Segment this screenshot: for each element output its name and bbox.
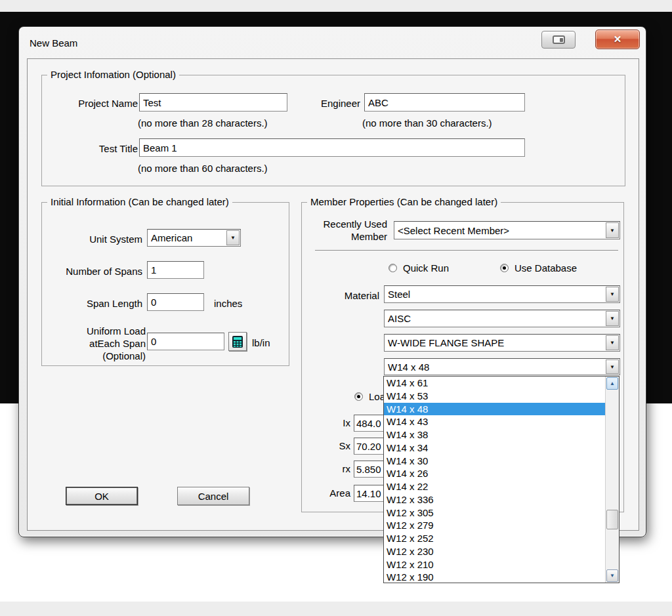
chevron-down-icon[interactable]: ▼ [226,230,240,245]
uniform-load-unit: lb/in [252,337,270,348]
close-icon: ✕ [614,33,622,45]
sx-label: Sx [311,440,350,451]
size-combobox[interactable]: W14 x 48 ▼ [384,358,620,375]
list-item[interactable]: W12 x 279 [384,519,605,532]
list-item-selected[interactable]: W14 x 48 [384,403,605,416]
chevron-down-icon[interactable]: ▼ [606,359,619,374]
ix-label: Ix [311,417,350,428]
load-option-label: Loa [369,391,385,402]
list-item[interactable]: W14 x 43 [384,415,605,428]
database-combobox[interactable]: AISC ▼ [384,310,620,327]
use-database-radio[interactable] [500,264,509,272]
test-title-label: Test Title [49,143,138,154]
list-item[interactable]: W12 x 190 [384,571,605,583]
chevron-down-icon[interactable]: ▼ [606,311,619,326]
chevron-down-icon[interactable]: ▼ [606,287,619,302]
span-length-label: Span Length [49,298,142,309]
load-option-radio[interactable] [354,392,363,401]
area-label: Area [311,487,350,499]
size-dropdown-list: W14 x 61 W14 x 53 W14 x 48 W14 x 43 W14 … [383,376,620,583]
list-item[interactable]: W14 x 53 [384,390,605,403]
uniform-load-label: Uniform Load atEach Span (Optional) [49,325,146,362]
list-item[interactable]: W14 x 38 [384,428,605,441]
initial-info-group: Initial Information (Can be changed late… [41,202,289,366]
span-length-input[interactable] [147,293,204,311]
size-dropdown-items: W14 x 61 W14 x 53 W14 x 48 W14 x 43 W14 … [384,377,605,583]
project-info-legend: Project Infomation (Optional) [47,69,179,80]
calculator-icon [232,335,243,348]
ok-button[interactable]: OK [66,487,138,505]
scroll-up-icon[interactable]: ▲ [606,377,618,390]
engineer-label: Engineer [308,98,360,109]
project-info-group: Project Infomation (Optional) Project Na… [41,75,625,186]
list-item[interactable]: W12 x 210 [384,558,605,571]
bottom-margin-strip [0,602,672,616]
cancel-button[interactable]: Cancel [177,487,249,505]
project-name-hint: (no more than 28 characters.) [138,117,268,129]
quick-run-label: Quick Run [403,262,449,274]
window-icon [553,35,565,44]
list-item[interactable]: W12 x 305 [384,506,605,520]
test-title-input[interactable] [139,138,525,157]
project-name-label: Project Name [49,98,138,109]
list-item[interactable]: W14 x 61 [384,377,605,390]
chevron-down-icon[interactable]: ▼ [606,222,619,238]
list-item[interactable]: W14 x 34 [384,441,605,455]
list-item[interactable]: W12 x 336 [384,493,605,506]
list-item[interactable]: W14 x 26 [384,467,605,480]
window-help-button[interactable] [541,31,576,49]
quick-run-radio[interactable] [388,264,397,272]
separator [315,250,618,251]
use-database-label: Use Database [514,262,577,274]
test-title-hint: (no more than 60 characters.) [138,163,268,174]
list-item[interactable]: W12 x 252 [384,532,605,545]
engineer-input[interactable] [364,93,525,112]
list-item[interactable]: W12 x 230 [384,545,605,558]
calculator-button[interactable] [228,332,247,351]
initial-info-legend: Initial Information (Can be changed late… [47,196,232,207]
recent-member-label: Recently Used Member [307,218,387,243]
unit-system-label: Unit System [49,234,142,245]
top-margin-strip [0,0,672,12]
number-of-spans-input[interactable] [147,261,204,279]
material-combobox[interactable]: Steel ▼ [384,285,620,303]
scroll-down-icon[interactable]: ▼ [606,569,618,582]
list-item[interactable]: W14 x 30 [384,455,605,468]
unit-system-combobox[interactable]: American ▼ [147,229,241,247]
chevron-down-icon[interactable]: ▼ [606,335,619,350]
scrollbar-thumb[interactable] [606,510,618,529]
close-button[interactable]: ✕ [595,30,640,49]
span-length-unit: inches [214,298,242,309]
window-title: New Beam [30,37,77,49]
shape-combobox[interactable]: W-WIDE FLANGE SHAPE ▼ [384,334,620,352]
member-properties-legend: Member Properties (Can be changed later) [307,196,501,207]
material-label: Material [308,290,379,301]
uniform-load-input[interactable] [147,333,224,350]
rx-label: rx [311,463,350,474]
number-of-spans-label: Number of Spans [49,266,142,277]
engineer-hint: (no more than 30 characters.) [362,117,492,129]
project-name-input[interactable] [139,93,287,112]
list-item[interactable]: W14 x 22 [384,480,605,493]
recent-member-combobox[interactable]: <Select Recent Member> ▼ [394,221,620,239]
new-beam-dialog: New Beam ✕ Project Infomation (Optional)… [18,26,646,537]
list-scrollbar[interactable]: ▲ ▼ [605,377,619,583]
